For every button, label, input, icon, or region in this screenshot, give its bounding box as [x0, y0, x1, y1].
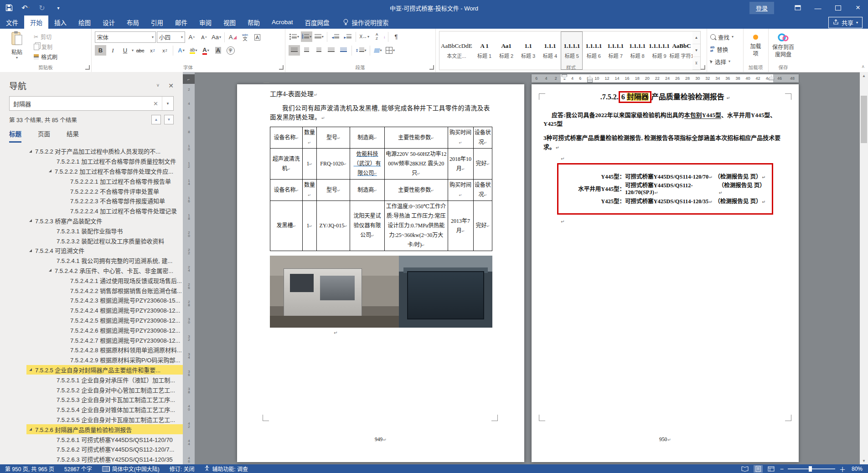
scroll-down-icon[interactable]: ▼: [860, 457, 868, 464]
sign-in-button[interactable]: 登录: [749, 2, 774, 14]
nav-tree-item[interactable]: 7.5.2.5.2 企业自身对中心管加工制造工艺工...: [0, 385, 183, 395]
nav-tree-item[interactable]: 7.5.2.5.4 企业自身对锥体加工制造工艺工序...: [0, 405, 183, 415]
shrink-font-button[interactable]: A˅: [198, 32, 210, 42]
language-indicator[interactable]: 简体中文(中国大陆): [97, 465, 165, 473]
bold-button[interactable]: B: [95, 45, 106, 56]
vertical-scrollbar[interactable]: ▲ ▼: [860, 72, 868, 464]
paste-button[interactable]: 粘贴 ▾: [4, 31, 30, 64]
nav-tree-item[interactable]: 7.5.2.3.1 装配作业指导书: [0, 226, 183, 236]
left-indent-marker[interactable]: [587, 80, 593, 82]
accessibility-indicator[interactable]: 辅助功能: 调查: [199, 465, 253, 473]
search-dropdown-icon[interactable]: ▾: [162, 97, 173, 110]
nav-tree-item[interactable]: 7.5.2.2.2.1 加工过程不合格零件报告单: [0, 176, 183, 186]
show-formatting-marks-button[interactable]: ¶: [391, 31, 402, 42]
tab-绘图[interactable]: 绘图: [72, 15, 97, 29]
search-clear-icon[interactable]: ✕: [150, 100, 162, 107]
font-name-combobox[interactable]: 宋体▾: [95, 31, 156, 43]
nav-tree-item[interactable]: 7.5.2.6.3 可捞式桥塞Y425DS/QS114-120/35: [0, 454, 183, 464]
cut-button[interactable]: ✂剪切: [34, 33, 57, 41]
document-page-950[interactable]: .7.5.2.6 封隔器产品质量检验检测报告 应答:我公司具备2022年以来国家…: [532, 84, 799, 462]
nav-tree-item[interactable]: 7.5.2.5 企业自身对封隔器产品主要组件和重要...: [0, 365, 183, 375]
close-button[interactable]: ×: [848, 0, 868, 15]
zoom-slider-thumb[interactable]: [809, 466, 812, 472]
bullets-button[interactable]: ▾: [289, 31, 300, 42]
scrollbar-thumb[interactable]: [861, 96, 867, 143]
styles-dialog-launcher-icon[interactable]: [701, 65, 705, 70]
enclose-characters-button[interactable]: A: [252, 32, 263, 42]
tab-selector-icon[interactable]: ⌐: [183, 74, 195, 84]
web-layout-icon[interactable]: [767, 465, 776, 473]
next-result-button[interactable]: ▼: [164, 115, 174, 124]
underline-dropdown-icon[interactable]: ▾: [132, 49, 134, 52]
sort-button[interactable]: AZ: [371, 31, 382, 42]
character-shading-button[interactable]: A: [212, 45, 224, 56]
navigation-options-chevron-icon[interactable]: ˅: [156, 83, 159, 88]
nav-tab-标题[interactable]: 标题: [9, 129, 21, 143]
paragraph-dialog-launcher-icon[interactable]: [429, 65, 434, 70]
clipboard-dialog-launcher-icon[interactable]: [85, 65, 90, 70]
tab-文件[interactable]: 文件: [0, 15, 24, 29]
copy-button[interactable]: 复制: [34, 43, 57, 51]
align-right-button[interactable]: [313, 45, 325, 56]
zoom-in-button[interactable]: ＋: [839, 464, 846, 473]
nav-tree-item[interactable]: 7.5.2.4.2.4 根据追溯批号PZY230908-12...: [0, 305, 183, 315]
nav-tree-item[interactable]: 7.5.2.3 桥塞产品装配文件: [0, 216, 183, 226]
tab-Acrobat[interactable]: Acrobat: [266, 15, 299, 29]
align-center-button[interactable]: [301, 45, 312, 56]
read-mode-icon[interactable]: [740, 465, 749, 473]
tab-引用[interactable]: 引用: [145, 15, 169, 29]
tab-帮助[interactable]: 帮助: [242, 15, 266, 29]
find-button[interactable]: 查找▾: [710, 31, 734, 42]
navigation-close-icon[interactable]: ✕: [168, 82, 174, 89]
word-count[interactable]: 52867 个字: [59, 465, 97, 473]
grow-font-button[interactable]: A˄: [186, 32, 197, 42]
change-case-button[interactable]: Aa▾: [211, 32, 222, 42]
nav-tree-item[interactable]: 7.5.2.4 可追溯文件: [0, 246, 183, 256]
redo-icon[interactable]: ↻: [37, 3, 46, 12]
nav-tree-item[interactable]: 7.5.2.4.2.2 销售部根据销售台账追溯仓储...: [0, 285, 183, 295]
nav-tree-item[interactable]: 7.5.2.4.2 承压件、中心管、卡瓦、非金属密...: [0, 266, 183, 276]
zoom-level[interactable]: 80%: [852, 466, 863, 472]
track-changes-indicator[interactable]: 修订: 关闭: [165, 465, 200, 473]
enclose-number-button[interactable]: 字: [225, 45, 236, 56]
font-size-combobox[interactable]: 小四▾: [157, 31, 185, 43]
text-highlight-button[interactable]: ab▾: [188, 45, 199, 56]
select-button[interactable]: 选择▾: [710, 56, 734, 67]
nav-tree-item[interactable]: 7.5.2.6.2 可捞式桥塞Y445DS/QS112-120/7...: [0, 444, 183, 454]
numbering-button[interactable]: 123▾: [301, 31, 312, 42]
line-spacing-button[interactable]: ⇕▾: [354, 45, 367, 56]
align-left-button[interactable]: [289, 45, 300, 56]
nav-tree-item[interactable]: 7.5.2.5.5 企业自身对卡瓦座加工制造工艺工...: [0, 415, 183, 425]
tab-百度网盘[interactable]: 百度网盘: [299, 15, 336, 29]
tab-布局[interactable]: 布局: [121, 15, 145, 29]
baidu-save-button[interactable]: 保存到百度网盘: [770, 31, 797, 64]
nav-tree-item[interactable]: 7.5.2.2.2 加工过程不合格零部件处理文件应...: [0, 166, 183, 176]
collapse-triangle-icon[interactable]: [49, 269, 52, 272]
nav-tree-item[interactable]: 7.5.2.4.2.7 根据追溯批号PZY230908-12...: [0, 335, 183, 345]
font-color-button[interactable]: A▾: [200, 45, 212, 56]
strikethrough-button[interactable]: abc: [134, 45, 146, 56]
clear-formatting-button[interactable]: A◢: [227, 32, 238, 42]
asian-layout-button[interactable]: X↔▾: [358, 31, 370, 42]
decrease-indent-button[interactable]: [330, 31, 341, 42]
gallery-scroll-down-icon[interactable]: ▼: [692, 44, 700, 57]
nav-tree-item[interactable]: 7.5.2.2.2.4 加工过程不合格零件处理记录: [0, 206, 183, 216]
gallery-scroll-up-icon[interactable]: ▲: [692, 31, 700, 44]
format-painter-button[interactable]: 格式刷: [34, 53, 57, 61]
collapse-triangle-icon[interactable]: [29, 368, 32, 371]
scroll-up-icon[interactable]: ▲: [860, 72, 868, 79]
borders-button[interactable]: ▾: [385, 45, 396, 56]
minimize-button[interactable]: —: [808, 0, 828, 15]
multilevel-list-button[interactable]: ▾: [313, 31, 325, 42]
collapse-triangle-icon[interactable]: [49, 170, 52, 172]
nav-tab-页面[interactable]: 页面: [38, 129, 50, 143]
nav-tree-item[interactable]: 7.5.2.4.2.1 通过使用现场反馈或现场售后...: [0, 275, 183, 285]
collapse-triangle-icon[interactable]: [29, 249, 32, 252]
nav-tab-结果[interactable]: 结果: [67, 129, 79, 143]
addins-button[interactable]: 加载项: [743, 31, 768, 64]
tab-邮件[interactable]: 邮件: [169, 15, 193, 29]
nav-tree-item[interactable]: 7.5.2.4.2.6 根据追溯批号PZY230908-12...: [0, 325, 183, 335]
underline-button[interactable]: U: [119, 45, 131, 56]
nav-tree-item[interactable]: 7.5.2.4.1 我公司拥有完整的可追溯系统, 建...: [0, 256, 183, 266]
collapse-triangle-icon[interactable]: [29, 428, 32, 431]
